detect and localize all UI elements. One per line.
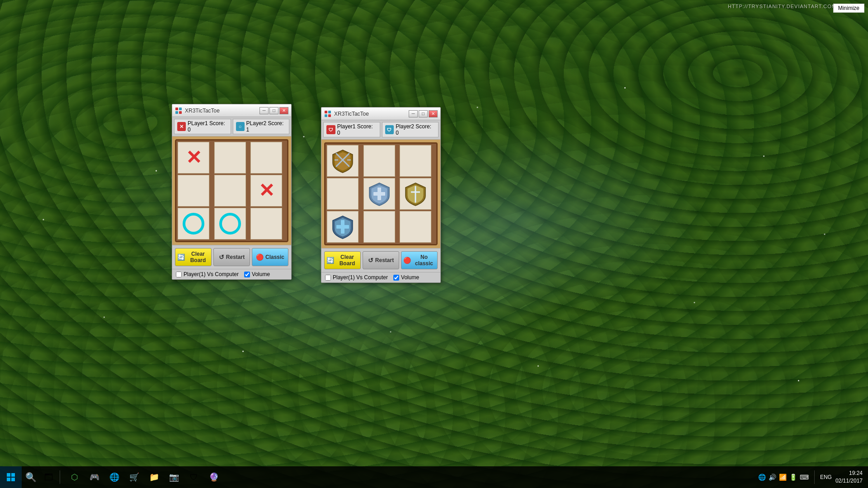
cell-1-1[interactable] <box>214 175 246 206</box>
taskbar-browser-icon[interactable]: ⬡ <box>66 468 84 486</box>
cell-1-0[interactable] <box>178 175 209 206</box>
volume-option-1: Volume <box>244 271 270 277</box>
clear-icon-2: 🔄 <box>326 257 334 264</box>
volume-option-2: Volume <box>393 274 419 281</box>
window-1-title: XR3TicTacToe <box>185 108 257 114</box>
player2-avatar-1: ○ <box>236 122 245 131</box>
cell2-2-1[interactable] <box>363 211 395 243</box>
taskbar-app-icons: ⬡ 🎮 🌐 🛒 📁 📷 🛡 🔮 <box>62 468 226 486</box>
game-icon: 🎮 <box>90 472 99 482</box>
player1-avatar-1: ✕ <box>177 122 186 131</box>
score-bar-1: ✕ PLayer1 Score: 0 ○ PLayer2 Score: 1 <box>172 117 291 136</box>
cell-0-2[interactable] <box>250 142 282 174</box>
svg-rect-17 <box>336 225 349 229</box>
window-1-close[interactable]: ✕ <box>279 107 288 114</box>
cell2-2-0[interactable] <box>327 211 359 243</box>
taskbar-game-icon[interactable]: 🎮 <box>85 468 104 486</box>
vs-computer-checkbox-1[interactable] <box>176 272 182 277</box>
vs-computer-label-1: Player(1) Vs Computer <box>184 271 239 277</box>
minimize-button[interactable]: Minimize <box>833 4 864 13</box>
vs-computer-checkbox-2[interactable] <box>325 275 331 281</box>
cell-1-2[interactable]: ✕ <box>250 175 282 206</box>
search-taskbar-button[interactable]: 🔍 <box>22 468 40 486</box>
classic-icon-1: 🔴 <box>256 253 264 261</box>
taskbar-folder-icon[interactable]: 📁 <box>145 468 163 486</box>
svg-rect-7 <box>328 114 331 117</box>
options-area-1: Player(1) Vs Computer Volume <box>172 269 291 279</box>
clear-board-label-2: Clear Board <box>336 254 359 267</box>
window-2-controls: ─ □ ✕ <box>409 110 438 117</box>
svg-rect-6 <box>325 114 327 117</box>
clear-board-button-1[interactable]: 🔄 Clear Board <box>175 248 212 266</box>
window-1-maximize[interactable]: □ <box>269 107 278 114</box>
player1-score-1: ✕ PLayer1 Score: 0 <box>174 119 231 134</box>
board-container-2 <box>321 140 440 248</box>
window-2: XR3TicTacToe ─ □ ✕ 🛡 Player1 Score: 0 🛡 … <box>321 107 441 283</box>
window-1: XR3TicTacToe ─ □ ✕ ✕ PLayer1 Score: 0 ○ … <box>172 104 292 280</box>
task-view-button[interactable]: 🗔 <box>40 468 58 486</box>
taskbar-app3-icon[interactable]: 🔮 <box>205 468 223 486</box>
no-classic-button-2[interactable]: 🔴 No classic <box>401 251 438 269</box>
sys-icons: 🌐 🔊 📶 🔋 ⌨ <box>758 474 809 481</box>
restart-button-2[interactable]: ↺ Restart <box>363 251 399 269</box>
clear-icon-1: 🔄 <box>177 253 185 261</box>
volume-checkbox-2[interactable] <box>393 275 399 281</box>
taskbar-chrome-icon[interactable]: 🌐 <box>105 468 123 486</box>
game-board-1: ✕ ✕ <box>175 139 288 242</box>
mark-o-2-0 <box>183 213 204 235</box>
volume-label-2: Volume <box>401 274 419 281</box>
date-value: 02/11/2017 <box>835 477 863 485</box>
clock[interactable]: 19:24 02/11/2017 <box>835 469 863 485</box>
volume-checkbox-1[interactable] <box>244 272 250 277</box>
player1-score-label-1: PLayer1 Score: 0 <box>188 120 227 133</box>
cell-2-1[interactable] <box>214 208 246 239</box>
cell2-1-0[interactable] <box>327 178 359 210</box>
cell2-1-2[interactable] <box>400 178 431 210</box>
restart-icon-1: ↺ <box>219 253 224 261</box>
cell-0-1[interactable] <box>214 142 246 174</box>
start-button[interactable] <box>0 466 22 488</box>
cell2-0-2[interactable] <box>400 145 431 177</box>
player2-avatar-2: 🛡 <box>385 125 394 134</box>
window-2-close[interactable]: ✕ <box>429 110 438 117</box>
chrome-icon: 🌐 <box>109 472 119 482</box>
svg-rect-3 <box>179 111 182 114</box>
player2-score-label-1: PLayer2 Score: 1 <box>246 120 286 133</box>
window-1-minimize[interactable]: ─ <box>259 107 269 114</box>
classic-button-1[interactable]: 🔴 Classic <box>252 248 288 266</box>
taskbar-app2-icon[interactable]: 📷 <box>165 468 183 486</box>
time-value: 19:24 <box>835 469 863 477</box>
window-2-minimize[interactable]: ─ <box>409 110 418 117</box>
network-sys-icon: 📶 <box>779 474 787 481</box>
svg-rect-20 <box>7 478 10 481</box>
cell2-0-1[interactable] <box>363 145 395 177</box>
window-2-title: XR3TicTacToe <box>334 111 406 117</box>
vs-computer-option-1: Player(1) Vs Computer <box>176 271 239 277</box>
svg-rect-2 <box>175 111 178 114</box>
cell-2-0[interactable] <box>178 208 209 239</box>
player2-score-2: 🛡 Player2 Score: 0 <box>382 122 439 137</box>
mark-x-0-0: ✕ <box>186 148 202 167</box>
svg-rect-4 <box>325 111 327 113</box>
mark-o-2-1 <box>219 213 241 235</box>
score-bar-2: 🛡 Player1 Score: 0 🛡 Player2 Score: 0 <box>321 120 440 140</box>
speaker-sys-icon[interactable]: 🔊 <box>769 474 776 481</box>
window-2-maximize[interactable]: □ <box>419 110 428 117</box>
classic-label-1: Classic <box>265 254 284 260</box>
cell2-0-0[interactable] <box>327 145 359 177</box>
buttons-area-2: 🔄 Clear Board ↺ Restart 🔴 No classic <box>321 248 440 272</box>
taskbar-store-icon[interactable]: 🛒 <box>125 468 143 486</box>
window-1-controls: ─ □ ✕ <box>259 107 288 114</box>
restart-button-1[interactable]: ↺ Restart <box>213 248 250 266</box>
cell-0-0[interactable]: ✕ <box>178 142 209 174</box>
cell2-1-1[interactable] <box>363 178 395 210</box>
taskbar-divider-2 <box>814 470 815 484</box>
no-classic-label-2: No classic <box>413 254 435 267</box>
folder-icon: 📁 <box>149 472 159 482</box>
battery-sys-icon: 🔋 <box>789 474 797 481</box>
cell2-2-2[interactable] <box>400 211 431 243</box>
clear-board-button-2[interactable]: 🔄 Clear Board <box>324 251 361 269</box>
cell-2-2[interactable] <box>250 208 282 239</box>
mark-x-1-2: ✕ <box>259 181 274 200</box>
taskbar-shield-icon[interactable]: 🛡 <box>185 468 203 486</box>
